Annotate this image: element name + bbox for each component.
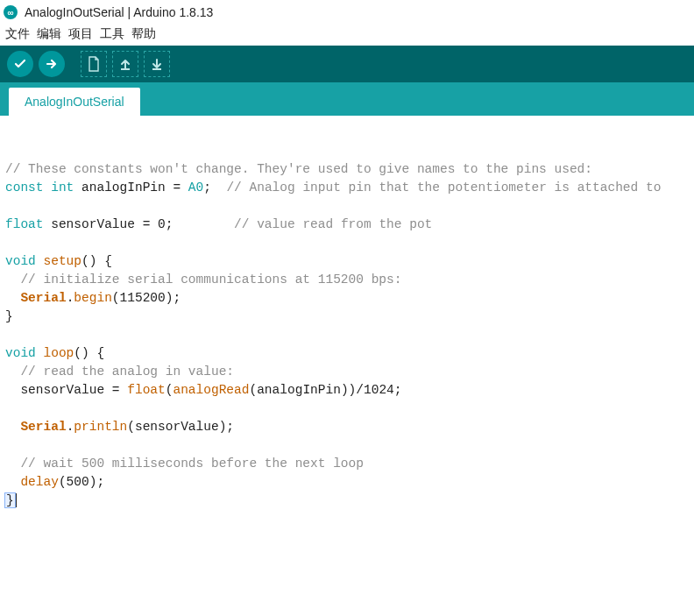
titlebar: ∞ AnalogInOutSerial | Arduino 1.8.13 — [0, 0, 694, 25]
tabstrip: AnalogInOutSerial — [0, 82, 694, 116]
menu-tools[interactable]: 工具 — [98, 26, 126, 42]
upload-button[interactable] — [39, 51, 65, 77]
open-button[interactable] — [112, 51, 138, 77]
code-editor[interactable]: // These constants won't change. They're… — [0, 116, 694, 527]
arrow-up-icon — [118, 57, 132, 71]
check-icon — [13, 57, 27, 71]
menubar: 文件 编辑 项目 工具 帮助 — [0, 25, 694, 46]
new-button[interactable] — [81, 51, 107, 77]
file-icon — [87, 56, 101, 72]
toolbar — [0, 46, 694, 82]
window-title: AnalogInOutSerial | Arduino 1.8.13 — [25, 5, 213, 19]
menu-file[interactable]: 文件 — [4, 26, 32, 42]
menu-edit[interactable]: 编辑 — [35, 26, 63, 42]
save-button[interactable] — [144, 51, 170, 77]
arduino-logo-icon: ∞ — [4, 5, 18, 19]
menu-sketch[interactable]: 项目 — [67, 26, 95, 42]
tab-active[interactable]: AnalogInOutSerial — [9, 88, 140, 116]
arrow-right-icon — [45, 57, 59, 71]
arrow-down-icon — [150, 57, 164, 71]
verify-button[interactable] — [7, 51, 33, 77]
menu-help[interactable]: 帮助 — [130, 26, 158, 42]
